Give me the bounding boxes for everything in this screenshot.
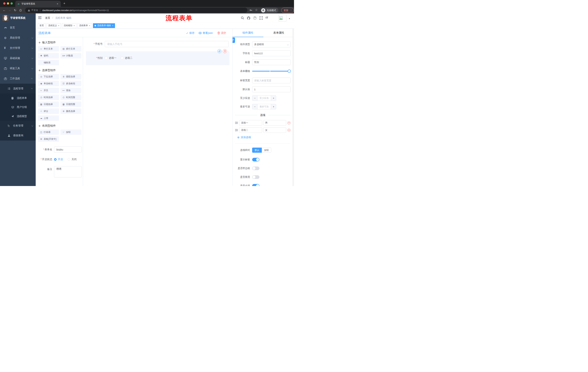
component-time-picker[interactable]: ◷时间选择: [38, 95, 59, 100]
stepper-plus-button[interactable]: +: [271, 104, 276, 109]
status-radio-off[interactable]: 关闭: [68, 158, 77, 161]
traffic-maximize-button[interactable]: [10, 2, 13, 5]
tag-close-icon[interactable]: ×: [89, 24, 90, 27]
disabled-toggle[interactable]: [252, 175, 259, 179]
component-single-text[interactable]: ▭单行文本: [38, 46, 59, 52]
component-button[interactable]: ☞按钮: [60, 129, 81, 135]
forward-icon[interactable]: →: [7, 9, 12, 12]
form-name-input[interactable]: [54, 147, 82, 153]
default-value-input[interactable]: [252, 86, 291, 92]
tag-process-form-edit[interactable]: 流程表单-编辑×: [93, 23, 115, 28]
component-type-select[interactable]: 多选框组: [252, 42, 291, 47]
avatar[interactable]: [279, 15, 286, 21]
fullscreen-icon[interactable]: [259, 16, 263, 20]
tag-home[interactable]: 首页: [38, 23, 45, 28]
component-date-range[interactable]: ▩日期范围: [60, 102, 81, 107]
traffic-close-button[interactable]: [3, 2, 5, 5]
remove-option-icon[interactable]: [287, 121, 291, 125]
stepper-plus-button[interactable]: +: [271, 96, 276, 101]
clear-button[interactable]: 清空: [217, 31, 226, 35]
form-remark-textarea[interactable]: 嘿嘿: [54, 166, 82, 177]
link-button[interactable]: [232, 37, 235, 43]
drag-handle-icon[interactable]: [235, 129, 238, 131]
component-password[interactable]: ✱密码: [38, 53, 59, 58]
slider-thumb[interactable]: [288, 70, 291, 73]
sidebar-item-devtools[interactable]: 研发工具: [0, 63, 36, 74]
add-option-button[interactable]: ⊕ 添加选项: [237, 136, 291, 139]
field-name-input[interactable]: [252, 50, 291, 56]
component-counter[interactable]: 123计数器: [60, 53, 81, 58]
drag-handle-icon[interactable]: [235, 122, 238, 124]
scrollbar[interactable]: [293, 29, 294, 186]
option-name-input[interactable]: [239, 120, 262, 126]
tag-close-icon[interactable]: ×: [112, 24, 113, 27]
copy-field-button[interactable]: [217, 49, 221, 53]
option-value-input[interactable]: [263, 120, 286, 126]
style-button-button[interactable]: 按钮: [262, 148, 271, 153]
component-checkbox-group[interactable]: ☑多选框组: [60, 81, 81, 86]
save-button[interactable]: ✓保存: [186, 31, 194, 35]
tab-close-icon[interactable]: ×: [56, 2, 59, 5]
font-size-icon[interactable]: tT: [266, 16, 268, 19]
sidebar-item-process-model[interactable]: 流程模型: [0, 112, 36, 121]
stepper-minus-button[interactable]: −: [252, 104, 257, 109]
component-radio-group[interactable]: ◉单选框组: [38, 81, 59, 86]
component-time-range[interactable]: ◴时间范围: [60, 95, 81, 100]
title-input[interactable]: [252, 59, 291, 65]
component-editor[interactable]: 编辑器: [38, 60, 59, 65]
delete-field-button[interactable]: [223, 49, 227, 53]
sidebar-item-system[interactable]: ⚙ 系统管理: [0, 33, 36, 43]
sidebar-item-payment[interactable]: ¥ 支付管理: [0, 43, 36, 53]
new-tab-button[interactable]: +: [63, 1, 65, 5]
insecure-warning-label[interactable]: 不安全: [31, 9, 38, 12]
canvas-field-phone[interactable]: *手机号: [86, 41, 230, 47]
border-toggle[interactable]: [252, 167, 259, 170]
form-canvas[interactable]: *手机号 *性别 选项一 选项二: [83, 37, 232, 186]
required-toggle[interactable]: [252, 184, 259, 186]
option-value-input[interactable]: [263, 128, 286, 133]
component-slider[interactable]: ⊷滑块: [60, 88, 81, 93]
sidebar-item-workflow[interactable]: 工作流程: [0, 74, 36, 84]
tag-process-form[interactable]: 流程表单×: [77, 23, 92, 28]
address-bar[interactable]: 不安全 dashboard.yudao.iocoder.cn/bpm/manag…: [25, 8, 247, 13]
gender-option-1[interactable]: 选项一: [105, 56, 116, 60]
phone-input[interactable]: [105, 41, 229, 47]
style-default-button[interactable]: 默认: [252, 148, 262, 153]
component-select[interactable]: ◎下拉选择: [38, 74, 59, 79]
sidebar-item-user-group[interactable]: 用户分组: [0, 103, 36, 112]
traffic-minimize-button[interactable]: [7, 2, 9, 5]
browser-tab[interactable]: 芋道管理系统 ×: [15, 1, 61, 7]
sidebar-item-task-mgmt[interactable]: 任务管理: [0, 121, 36, 131]
canvas-field-gender[interactable]: *性别 选项一 选项二: [86, 51, 230, 65]
tag-close-icon[interactable]: ×: [74, 24, 75, 27]
option-name-input[interactable]: [239, 128, 262, 133]
remove-option-icon[interactable]: [287, 129, 291, 132]
sidebar-logo[interactable]: 芋道管理系统: [0, 13, 36, 22]
show-label-toggle[interactable]: [252, 158, 259, 161]
browser-menu-icon[interactable]: ⋮: [290, 9, 292, 12]
hamburger-icon[interactable]: [38, 16, 42, 19]
tag-process-definition[interactable]: 流程定义×: [47, 23, 61, 28]
component-switch[interactable]: ◐开关: [38, 88, 59, 93]
component-table[interactable]: ⊞表格[开发中]: [38, 136, 59, 142]
home-icon[interactable]: [18, 9, 23, 12]
component-date-picker[interactable]: ▦日期选择: [38, 102, 59, 107]
password-key-icon[interactable]: [249, 9, 252, 12]
component-rate[interactable]: ☆评分: [38, 108, 59, 114]
component-upload[interactable]: ☁上传: [38, 115, 59, 121]
back-icon[interactable]: ←: [1, 9, 7, 12]
tab-component-props[interactable]: 组件属性: [232, 29, 263, 37]
status-radio-on[interactable]: 开启: [54, 158, 63, 161]
component-cascader[interactable]: ≣级联选择: [60, 74, 81, 79]
bookmark-star-icon[interactable]: ☆: [255, 8, 258, 12]
breadcrumb-home[interactable]: 首页: [45, 16, 50, 19]
tab-form-props[interactable]: 表单属性: [263, 29, 294, 37]
label-width-input[interactable]: [252, 77, 291, 83]
checkbox-icon[interactable]: [121, 57, 123, 59]
sidebar-item-infra[interactable]: 基础设施: [0, 53, 36, 63]
form-grid-slider[interactable]: [252, 71, 289, 72]
tag-close-icon[interactable]: ×: [58, 24, 59, 27]
view-json-button[interactable]: 查看json: [199, 31, 213, 35]
gender-option-2[interactable]: 选项二: [121, 56, 132, 60]
avatar-caret-icon[interactable]: ▾: [289, 18, 290, 20]
